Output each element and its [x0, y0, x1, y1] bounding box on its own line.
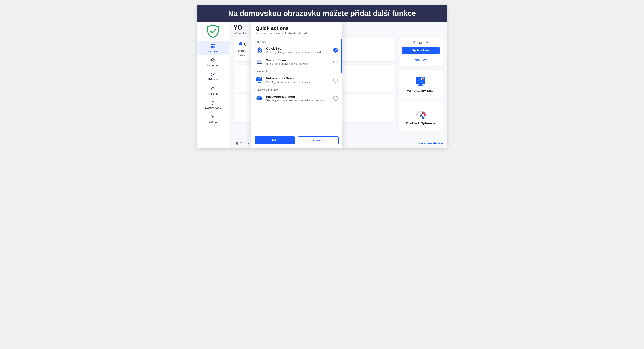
app-body: Dashboard Protection Privacy Utilities	[197, 21, 447, 148]
app-window: Na domovskou obrazovku můžete přidat dal…	[197, 5, 447, 148]
shield-check-icon	[206, 24, 220, 38]
update-card-line2: data's	[238, 54, 246, 57]
svg-rect-0	[211, 44, 215, 45]
option-vulnerability-scan[interactable]: Vulnerability Scan Check your system for…	[251, 74, 342, 86]
update-prompt-card: 1/5 Update Now Not now	[399, 38, 443, 66]
option-desc: Check your system for vulnerabilities	[266, 81, 330, 84]
sidebar-item-dashboard[interactable]: Dashboard	[197, 41, 229, 55]
cloud-up-icon	[238, 42, 242, 47]
sidebar-item-label: Notifications	[205, 106, 221, 110]
option-radio[interactable]	[333, 48, 338, 53]
chevron-right-icon	[426, 41, 428, 43]
not-now-button[interactable]: Not now	[402, 56, 440, 64]
scrollbar-thumb[interactable]	[341, 39, 342, 73]
devices-icon	[234, 141, 238, 146]
section-label-password: Password Manager	[251, 86, 342, 93]
sidebar-item-settings[interactable]: Settings	[197, 112, 229, 126]
gear-icon	[210, 114, 216, 119]
option-desc: Run a lightweight scan for your peace of…	[266, 51, 330, 54]
monitor-lock-icon	[415, 76, 427, 87]
sidebar-item-protection[interactable]: Protection	[197, 55, 229, 69]
svg-rect-24	[258, 82, 260, 82]
svg-rect-1	[211, 46, 213, 48]
svg-rect-18	[259, 48, 260, 48]
option-desc: Run a deep analysis of your device	[266, 62, 330, 65]
dashboard-icon	[210, 43, 216, 49]
svg-rect-23	[258, 81, 260, 82]
status-shield	[197, 23, 229, 41]
option-title: Vulnerability Scan	[266, 77, 330, 80]
sidebar-item-label: Privacy	[208, 78, 218, 81]
option-radio[interactable]	[333, 59, 338, 64]
modal-footer: Add Cancel	[251, 133, 342, 148]
sidebar-item-label: Settings	[208, 120, 218, 124]
gauge-cursor-icon	[415, 109, 427, 120]
check-icon	[334, 49, 337, 52]
modal-header: Quick actions Pin what you use most to t…	[251, 21, 342, 36]
option-radio[interactable]	[333, 96, 338, 101]
section-label-antivirus: Antivirus	[251, 38, 342, 44]
svg-rect-8	[418, 85, 423, 85]
wallet-shield-icon	[256, 95, 263, 102]
svg-rect-20	[258, 60, 261, 63]
svg-rect-7	[419, 84, 422, 85]
stopwatch-icon	[256, 46, 263, 54]
sidebar-item-label: Utilities	[208, 92, 218, 95]
footer-lead-text: You ca	[240, 142, 249, 145]
tile-label: OneClick Optimizer	[406, 121, 436, 125]
option-title: System Scan	[266, 58, 330, 62]
chevron-left-icon	[413, 41, 415, 43]
footer-link[interactable]: on a new device	[419, 142, 442, 145]
option-title: Quick Scan	[266, 47, 330, 50]
bell-icon	[210, 100, 216, 105]
sidebar-item-notifications[interactable]: Notifications	[197, 98, 229, 112]
update-now-button[interactable]: Update Now	[402, 47, 440, 54]
monitor-search-icon	[256, 76, 263, 84]
sidebar-item-label: Dashboard	[206, 50, 220, 53]
pager-text: 1/5	[419, 41, 423, 44]
laptop-icon	[256, 58, 263, 66]
add-button[interactable]: Add	[255, 136, 295, 144]
sidebar-item-utilities[interactable]: Utilities	[197, 84, 229, 98]
protection-shield-icon	[210, 58, 216, 63]
svg-point-3	[212, 74, 214, 75]
svg-rect-21	[256, 63, 262, 64]
eye-icon	[210, 72, 216, 77]
sidebar: Dashboard Protection Privacy Utilities	[197, 21, 229, 148]
svg-rect-6	[416, 77, 425, 84]
svg-rect-30	[260, 98, 262, 99]
update-card-line1: Threat	[238, 49, 246, 52]
modal-body: Antivirus Quick Scan Run a lightweight s…	[251, 36, 342, 133]
modal-title: Quick actions	[256, 25, 338, 31]
svg-rect-14	[236, 142, 238, 145]
option-quick-scan[interactable]: Quick Scan Run a lightweight scan for yo…	[251, 44, 342, 56]
quick-actions-modal: Quick actions Pin what you use most to t…	[251, 21, 342, 148]
cancel-button[interactable]: Cancel	[298, 136, 339, 144]
option-password-manager[interactable]: Password Manager Securely manage passwor…	[251, 93, 342, 104]
option-title: Password Manager	[266, 95, 330, 99]
option-desc: Securely manage passwords on all your de…	[266, 99, 330, 102]
svg-point-5	[212, 116, 214, 118]
utilities-icon	[210, 86, 216, 91]
pager-next-button[interactable]	[426, 41, 428, 44]
update-card-title: U	[244, 42, 246, 46]
modal-subtitle: Pin what you use most to the dashboard.	[256, 32, 338, 35]
sidebar-item-label: Protection	[206, 64, 220, 67]
section-label-vulnerability: Vulnerability	[251, 68, 342, 74]
svg-rect-29	[257, 96, 261, 98]
annotation-banner: Na domovskou obrazovku můžete přidat dal…	[197, 5, 447, 21]
vulnerability-scan-tile[interactable]: Vulnerability Scan	[399, 70, 443, 99]
option-system-scan[interactable]: System Scan Run a deep analysis of your …	[251, 56, 342, 68]
pager-prev-button[interactable]	[413, 41, 415, 44]
option-radio[interactable]	[333, 78, 338, 82]
svg-rect-2	[213, 46, 215, 48]
oneclick-optimizer-tile[interactable]: OneClick Optimizer	[399, 102, 443, 131]
tile-label: Vulnerability Scan	[407, 89, 434, 93]
sidebar-item-privacy[interactable]: Privacy	[197, 69, 229, 84]
